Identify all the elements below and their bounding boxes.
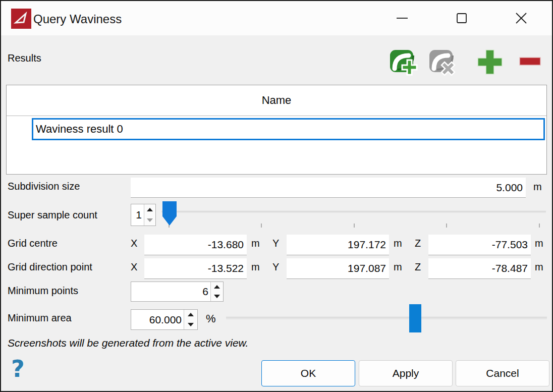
subdivision-size-label: Subdivision size bbox=[8, 181, 80, 192]
grid-direction-y-field[interactable]: 197.087 bbox=[287, 258, 389, 279]
close-button[interactable] bbox=[505, 5, 538, 31]
apply-button[interactable]: Apply bbox=[359, 360, 453, 386]
grid-direction-x-field[interactable]: -13.522 bbox=[144, 258, 247, 279]
slider-handle[interactable] bbox=[409, 304, 421, 332]
grid-direction-x-unit: m bbox=[251, 261, 260, 273]
add-result-icon bbox=[389, 47, 420, 76]
remove-row-button[interactable] bbox=[519, 54, 542, 68]
grid-centre-y-field[interactable]: 197.172 bbox=[287, 235, 389, 255]
spin-up-icon bbox=[214, 285, 220, 289]
axis-y-label: Y bbox=[272, 238, 279, 249]
axis-x-label: X bbox=[131, 261, 137, 273]
column-header-name[interactable]: Name bbox=[7, 85, 546, 116]
add-row-button[interactable] bbox=[477, 49, 503, 75]
remove-result-icon bbox=[428, 47, 459, 76]
spin-down-icon bbox=[214, 295, 220, 298]
axis-z-label: Z bbox=[415, 261, 421, 273]
grid-centre-z-field[interactable]: -77.503 bbox=[428, 235, 531, 255]
spin-up-icon bbox=[188, 313, 194, 316]
minimum-area-label: Minimum area bbox=[8, 312, 72, 324]
slider-handle[interactable] bbox=[162, 201, 177, 226]
minimum-area-spinner[interactable]: 60.000 bbox=[131, 309, 198, 330]
minimum-points-up-button[interactable] bbox=[211, 282, 223, 292]
slider-track[interactable] bbox=[161, 211, 546, 213]
axis-y-label: Y bbox=[272, 261, 279, 273]
screenshot-note: Screenshots will be generated from the a… bbox=[8, 337, 248, 349]
cancel-button[interactable]: Cancel bbox=[456, 360, 549, 386]
super-sample-up-button[interactable] bbox=[144, 204, 155, 215]
grid-direction-z-unit: m bbox=[535, 261, 543, 273]
grid-centre-y-unit: m bbox=[394, 238, 402, 249]
slider-track[interactable] bbox=[226, 317, 547, 319]
query-waviness-dialog: Query Waviness Results bbox=[0, 0, 553, 392]
grid-centre-x-field[interactable]: -13.680 bbox=[144, 235, 247, 255]
spin-down-icon bbox=[147, 218, 153, 222]
grid-centre-z-unit: m bbox=[535, 238, 543, 249]
results-table[interactable]: Name Waviness result 0 bbox=[6, 85, 547, 175]
super-sample-count-slider[interactable] bbox=[161, 201, 546, 230]
minimum-points-down-button[interactable] bbox=[211, 292, 223, 301]
results-label: Results bbox=[8, 52, 41, 64]
minimize-icon bbox=[396, 12, 409, 25]
super-sample-count-value[interactable]: 1 bbox=[131, 204, 144, 226]
minimum-area-value[interactable]: 60.000 bbox=[131, 310, 184, 329]
spin-up-icon bbox=[147, 208, 153, 211]
maximize-icon bbox=[455, 12, 468, 25]
app-icon bbox=[11, 9, 31, 29]
titlebar[interactable]: Query Waviness bbox=[1, 1, 552, 35]
minimum-points-spinner[interactable]: 6 bbox=[131, 282, 224, 302]
grid-centre-x-unit: m bbox=[251, 238, 260, 249]
super-sample-count-spinner[interactable]: 1 bbox=[131, 204, 156, 226]
grid-centre-label: Grid centre bbox=[8, 238, 58, 249]
ok-button[interactable]: OK bbox=[261, 360, 355, 386]
minimum-area-slider[interactable] bbox=[226, 304, 547, 334]
maximize-button[interactable] bbox=[445, 5, 478, 31]
minimum-points-label: Minimum points bbox=[8, 285, 78, 297]
axis-z-label: Z bbox=[415, 238, 421, 249]
result-name-edit-field[interactable]: Waviness result 0 bbox=[32, 118, 545, 140]
spin-down-icon bbox=[188, 323, 194, 326]
subdivision-size-unit: m bbox=[533, 181, 542, 193]
super-sample-count-label: Super sample count bbox=[8, 209, 97, 221]
minus-icon bbox=[519, 54, 542, 68]
minimum-area-down-button[interactable] bbox=[184, 320, 197, 330]
window-title: Query Waviness bbox=[33, 12, 122, 26]
help-button[interactable]: ? bbox=[11, 355, 25, 382]
minimum-points-value[interactable]: 6 bbox=[131, 282, 210, 301]
axis-x-label: X bbox=[131, 238, 137, 249]
subdivision-size-field[interactable]: 5.000 bbox=[131, 178, 526, 198]
grid-direction-point-label: Grid direction point bbox=[8, 261, 92, 273]
close-icon bbox=[515, 12, 528, 25]
remove-result-button[interactable] bbox=[428, 47, 459, 76]
grid-direction-z-field[interactable]: -78.487 bbox=[428, 258, 531, 279]
plus-icon bbox=[477, 49, 503, 75]
minimize-button[interactable] bbox=[385, 5, 419, 31]
minimum-area-up-button[interactable] bbox=[184, 310, 197, 320]
super-sample-down-button[interactable] bbox=[144, 215, 155, 226]
minimum-area-unit: % bbox=[206, 312, 216, 325]
add-result-button[interactable] bbox=[389, 47, 420, 76]
grid-direction-y-unit: m bbox=[394, 261, 402, 273]
